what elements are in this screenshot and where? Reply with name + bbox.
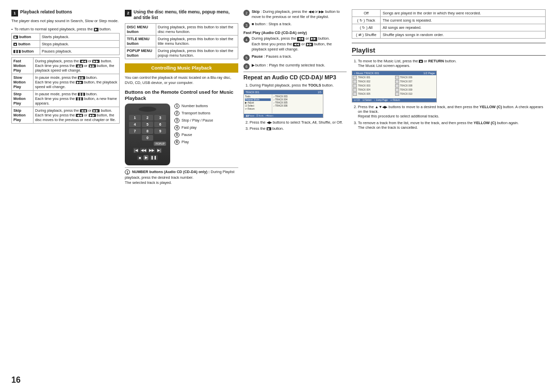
btn-label: ■ button: [12, 41, 40, 48]
menu-desc: During playback, press this button to st…: [156, 47, 238, 59]
key-1[interactable]: 1: [129, 115, 141, 121]
next-btn[interactable]: ▶|: [156, 148, 162, 153]
footer-jump: ↕ Jump Page: [374, 99, 388, 101]
circle-1: 1: [174, 104, 179, 109]
table-row: Skip Motion Play During playback, press …: [12, 107, 120, 124]
mode-shuffle: ( ⇌ ) Shuffle: [352, 31, 381, 39]
pause-rmt-btn[interactable]: ❚❚: [150, 155, 158, 160]
label-item-3: 3 Stop / Play / Pause: [174, 118, 213, 124]
circle-play: 6: [243, 63, 250, 70]
tools-item: Tools: [245, 95, 271, 98]
remote-numpad: 1 2 3 4 5 6 7 8 9 0: [125, 113, 170, 142]
key-0[interactable]: 0: [142, 135, 154, 141]
key-7[interactable]: 7: [129, 128, 141, 134]
step1-pre: To move to the Music List, press the: [358, 59, 419, 63]
pause-label: Pause: [252, 54, 263, 59]
key-3[interactable]: 3: [154, 115, 166, 121]
tools-screen: TRACK 001 1/5 Tools Repeat Mode ▶ Adjust…: [243, 90, 323, 118]
stop-label: ■: [252, 22, 254, 26]
key-5[interactable]: 5: [142, 122, 154, 127]
key-2[interactable]: 2: [142, 115, 154, 121]
key-9[interactable]: 9: [154, 128, 166, 134]
pause-icon3: ❚❚: [76, 97, 83, 100]
popup-btn[interactable]: POPUP: [154, 142, 166, 146]
stop-rmt-btn[interactable]: ■: [137, 156, 142, 160]
label-item-5: 5 Pause: [174, 132, 213, 138]
track-icon: [395, 80, 399, 83]
rew-btn[interactable]: ◀◀: [140, 148, 147, 153]
btn-desc: Pauses playback.: [40, 48, 120, 55]
track-list-left: TRACK 001 TRACK 002 TRACK 003 TRACK: [352, 75, 395, 101]
track-icon: [395, 84, 399, 88]
rew-fp2: ◀◀: [293, 43, 300, 47]
section-1-body: The player does not play sound in Search…: [11, 19, 120, 24]
footer-return: ↩Return: [266, 114, 273, 117]
play-label: ▶: [252, 63, 254, 67]
page-count: 1/2 Page: [423, 72, 435, 75]
popup-row: POPUP: [125, 142, 170, 146]
rew-icon2: ◀◀: [76, 64, 83, 67]
track-icon: [353, 80, 357, 83]
repeat-table: Off Songs are played in the order in whi…: [352, 9, 546, 39]
track-item: ♪ TRACK 004: [273, 98, 322, 101]
table-row: ( ⇌ ) Shuffle Shuffle plays songs in ran…: [352, 31, 546, 39]
column-2: 2 Using the disc menu, title menu, popup…: [125, 9, 238, 385]
controlling-music-text: You can control the playback of music lo…: [125, 75, 238, 86]
playlist-divider: [352, 43, 546, 43]
step3-suf: button.: [271, 126, 284, 131]
section-1-header: 1 Playback related buttons: [11, 9, 120, 16]
divider: [243, 72, 347, 72]
fast-play-section: Fast Play (Audio CD (CD-DA) only) 4 Duri…: [243, 30, 347, 52]
circle-2: 2: [174, 111, 179, 116]
fast-play-item: 4 During playback, press the ◀◀ or ▶▶ bu…: [243, 36, 347, 52]
mode-all: ( ↻ ) All: [352, 24, 381, 31]
key-6[interactable]: 6: [154, 122, 166, 127]
track-list-right: TRACK 006 TRACK 007 TRACK 008 TRACK: [395, 75, 437, 101]
btn-label: ▶ button: [12, 33, 40, 41]
column-1: 1 Playback related buttons The player do…: [11, 9, 120, 385]
circle-note: 1: [125, 169, 130, 175]
skip-text: Skip : During playback, press the ◀◀ or …: [252, 9, 347, 20]
section-1-num: 1: [11, 10, 18, 16]
fast-play-text: During playback, press the ◀◀ or ▶▶ butt…: [252, 36, 347, 52]
track-icon: [353, 92, 357, 96]
circle-skip: 2: [243, 10, 250, 16]
bullet-dot: •: [11, 27, 13, 32]
tools-page: 1/5: [318, 91, 321, 94]
label-item-1: 1 Number buttons: [174, 104, 213, 109]
skip-label: Skip: [252, 9, 259, 14]
motion-table: Fast Motion Play During playback, press …: [11, 57, 120, 124]
step2-text: Press the ◀▶ buttons to select Track, Al…: [250, 120, 342, 125]
circle-fast: 4: [243, 37, 250, 43]
ff-icon2: ▶▶: [89, 64, 96, 67]
section-2-num: 2: [125, 10, 132, 16]
track-text: TRACK 001: [358, 76, 370, 79]
footer-pause: ❚❚Pause: [245, 114, 254, 117]
play-rmt-btn[interactable]: ▶: [143, 155, 149, 160]
remote-control: 1 2 3 4 5 6 7 8 9 0 POPUP: [125, 104, 170, 165]
table-row: Fast Motion Play During playback, press …: [12, 58, 120, 74]
rew-icon5: ◀◀: [80, 109, 87, 112]
play-desc: button : Plays the currently selected tr…: [255, 63, 325, 67]
transport-row: |◀ ◀◀ ▶▶ ▶|: [125, 147, 170, 154]
motion-desc: During playback, press the ◀◀ or ▶▶ butt…: [34, 107, 120, 124]
key-4[interactable]: 4: [129, 122, 141, 127]
motion-label: Skip Motion Play: [12, 107, 34, 124]
pause-text: Pause : Pauses a track.: [252, 54, 292, 61]
key-8[interactable]: 8: [142, 128, 154, 134]
mode-shuffle-desc: Shuffle plays songs in random order.: [381, 31, 546, 39]
step3-pre: Press the: [250, 126, 267, 131]
menu-label: TITLE MENU button: [125, 36, 156, 47]
tools-right: ♪ TRACK 003 ♪ TRACK 004 ♪ TRACK 005 ♪ TR…: [272, 94, 323, 113]
table-row: DISC MENU button During playback, press …: [125, 24, 238, 36]
ff-btn[interactable]: ▶▶: [148, 148, 155, 153]
circle-stop: 3: [243, 22, 250, 28]
pause-icon2: ❚❚: [78, 93, 85, 96]
tools-body: Tools Repeat Mode ▶ Adjust ☑ Select ↩ Re…: [244, 94, 323, 113]
prev-btn[interactable]: |◀: [133, 148, 139, 153]
label-text-2: Transport buttons: [182, 111, 210, 115]
rew-icon6: ◀◀: [76, 114, 83, 117]
button-table: ▶ button Starts playback. ■ button Stops…: [11, 33, 120, 55]
skip-item: 2 Skip : During playback, press the ◀◀ o…: [243, 9, 347, 20]
label-item-4: 4 Fast play: [174, 125, 213, 131]
